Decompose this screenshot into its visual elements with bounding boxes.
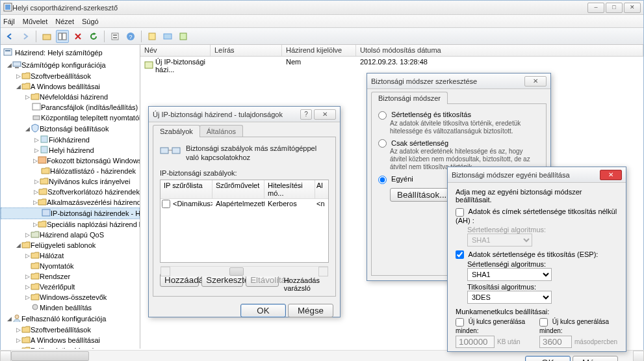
tree-controlpanel[interactable]: ▷Vezérlőpult [1,282,140,292]
settings-button[interactable]: Beállítások... [390,188,454,202]
tree-windows-settings[interactable]: ◢A Windows beállításai [1,81,140,92]
radio-int-only[interactable]: Csak sértetlenség [378,139,448,147]
ah-checkbox[interactable]: Adatok és címek sértetlensége titkosítás… [456,207,617,224]
tab-rules[interactable]: Szabályok [153,125,200,137]
maximize-button[interactable]: □ [606,3,623,13]
tree-netlist[interactable]: Hálózatlistázó - házirendek [1,166,140,176]
toolbar: ? [1,28,643,45]
dlg-prop-help[interactable]: ? [300,109,312,120]
dlg-method-close[interactable]: ✕ [524,76,547,87]
tree-nameres[interactable]: ▷Névfeloldási házirend [1,92,140,102]
tool-column-button[interactable] [56,30,69,43]
custom-ok-button[interactable]: OK [525,356,571,361]
menu-action[interactable]: Művelet [23,18,48,25]
tree-root[interactable]: Házirend: Helyi számítógép [1,46,140,59]
folder-icon [21,241,31,250]
tree-firewall[interactable]: ▷Fokozott biztonságú Windows tűzfal [1,155,140,166]
tree-local-policy[interactable]: ▷Helyi házirend [1,145,140,155]
tool-help-button[interactable]: ? [124,30,137,43]
col-date[interactable]: Utolsó módosítás dátuma [356,45,643,56]
col-assigned[interactable]: Házirend kijelölve [282,45,356,56]
rules-col-filterlist[interactable]: IP szűrőlista [161,180,213,198]
svg-rect-6 [113,34,117,36]
svg-rect-10 [149,33,155,40]
ipsec-hint-icon [160,144,181,163]
policy-icon [144,61,153,70]
close-button[interactable]: ✕ [624,3,641,13]
policy-row[interactable]: Új IP-biztonsági házi... Nem 2012.09.23.… [140,57,643,75]
tool-open-button[interactable] [40,30,53,43]
prop-ok-button[interactable]: OK [240,304,286,317]
menu-view[interactable]: Nézet [55,18,74,25]
ipsec-properties-dialog[interactable]: Új IP-biztonsági házirend - tulajdonságo… [148,106,341,317]
tab-security-method[interactable]: Biztonsági módszer [371,92,448,104]
tree-printers[interactable]: Központilag telepített nyomtatók [1,113,140,123]
tree-user-software[interactable]: ▷Szoftverbeállítások [1,325,140,335]
tree-account-policy[interactable]: ▷Fiókházirend [1,135,140,145]
tool-new2-button[interactable] [161,30,174,43]
custom-method-dialog[interactable]: Biztonsági módszer egyéni beállítása ✕ A… [447,167,626,352]
scroll-thumb[interactable] [11,351,89,361]
col-desc[interactable]: Leírás [211,45,282,56]
ah-algo-select[interactable]: SHA1 [467,234,532,247]
folder-icon [21,82,31,91]
rules-scroll-right[interactable] [318,267,328,276]
tree-pubkey[interactable]: ▷Nyilvános kulcs irányelvei [1,176,140,187]
tree-software-settings[interactable]: ▷Szoftverbeállítások [1,71,140,81]
regen-sec-checkbox[interactable]: Új kulcs generálása minden: [539,318,609,334]
tree-audit[interactable]: ▷Speciális naplózási házirend konfigurá [1,219,140,230]
regen-kb-input[interactable] [456,336,495,348]
tree-pane[interactable]: Házirend: Helyi számítógép ◢Számítógép k… [1,45,140,349]
prop-cancel-button[interactable]: Mégse [288,304,333,317]
rule-enable-checkbox[interactable] [162,200,170,208]
rules-scroll-left[interactable] [161,267,170,276]
tab-general[interactable]: Általános [200,125,243,137]
tree-user-config[interactable]: ◢Felhasználó konfigurációja [1,313,140,325]
regen-kb-checkbox[interactable]: Új kulcs generálása minden: [456,318,525,334]
tree-user-windows[interactable]: ▷A Windows beállításai [1,335,140,345]
tree-scripts[interactable]: Parancsfájlok (indítás/leállítás) [1,102,140,113]
rules-col-auth[interactable]: Hitelesítési mó... [264,180,315,198]
tree-appctrl[interactable]: ▷Alkalmazásvezérlési házirendek [1,197,140,207]
tree-network[interactable]: ▷Hálózat [1,250,140,261]
menu-file[interactable]: Fájl [3,18,15,25]
nav-back-button[interactable] [3,30,16,43]
tree-allsettings[interactable]: Minden beállítás [1,302,140,313]
regen-sec-input[interactable] [539,336,572,348]
col-name[interactable]: Név [140,45,211,56]
rules-col-tunnel[interactable]: Al [315,180,328,198]
tree-ipsec[interactable]: IP-biztonsági házirendek - Helyi számí [1,207,140,219]
tree-security[interactable]: ◢Biztonsági beállítások [1,123,140,135]
radio-int-enc-desc: Az adatok átvitele titkosítva történik, … [378,120,539,135]
tool-props-button[interactable] [109,30,122,43]
tool-delete-button[interactable] [71,30,84,43]
tree-wincomponents[interactable]: ▷Windows-összetevők [1,292,140,302]
dlg-custom-close[interactable]: ✕ [600,170,622,180]
tree-admin-templates[interactable]: ◢Felügyeleti sablonok [1,240,140,250]
menu-help[interactable]: Súgó [82,18,99,25]
tool-refresh-button[interactable] [87,30,100,43]
scroll-right-button[interactable] [633,351,644,361]
tree-qos[interactable]: ▷Házirend alapú QoS [1,230,140,240]
rules-row-dynamic[interactable]: <Dinamikus> Alapértelmezett vála... Kerb… [161,199,328,209]
user-icon [12,314,21,324]
esp-int-select[interactable]: SHA1 [467,268,552,281]
tool-new1-button[interactable] [146,30,159,43]
radio-custom[interactable]: Egyéni [378,175,413,183]
rules-scroll-thumb[interactable] [229,267,244,276]
tool-new3-button[interactable] [177,30,190,43]
rules-col-filteraction[interactable]: Szűrőművelet [213,180,264,198]
esp-enc-select[interactable]: 3DES [467,291,552,304]
minimize-button[interactable]: – [587,3,604,13]
custom-cancel-button[interactable]: Mégse [573,356,618,361]
scroll-left-button[interactable] [0,351,11,361]
tree-swrest[interactable]: ▷Szoftverkorlátozó házirendek [1,187,140,197]
tree-printers2[interactable]: Nyomtatók [1,261,140,271]
nav-forward-button[interactable] [19,30,32,43]
esp-checkbox[interactable]: Adatok sértetlensége és titkosítás (ESP)… [456,250,598,258]
tree-system[interactable]: ▷Rendszer [1,271,140,282]
dlg-prop-close[interactable]: ✕ [314,109,336,120]
tree-computer-config[interactable]: ◢Számítógép konfigurációja [1,59,140,71]
radio-int-enc[interactable]: Sértetlenség és titkosítás [378,111,471,118]
tree-user-admintpl[interactable]: ▷Felügyeleti sablonok [1,345,140,349]
